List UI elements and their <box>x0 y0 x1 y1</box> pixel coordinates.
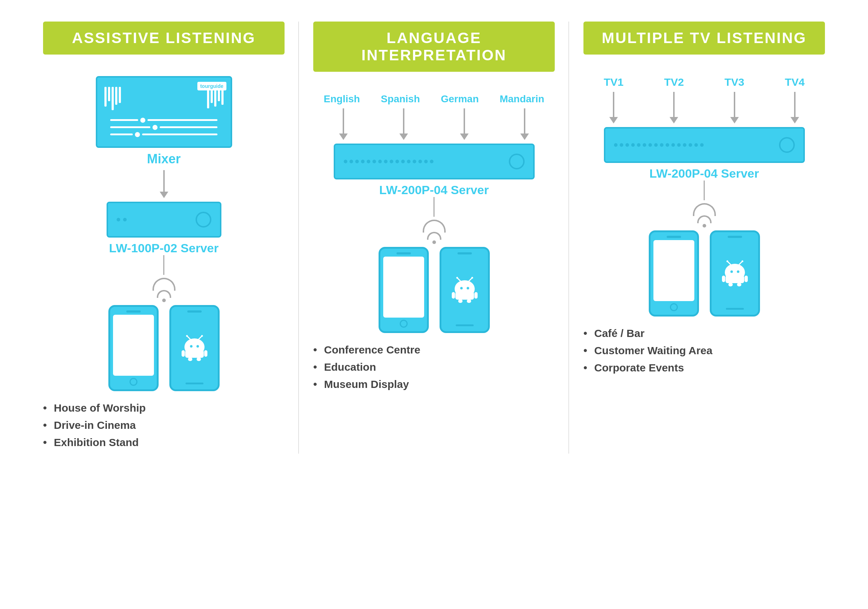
lang-labels-row: English Spanish German Mandarin <box>313 93 555 105</box>
multiple-tv-listening-header: MULTIPLE TV LISTENING <box>583 22 825 54</box>
server-dot <box>344 160 347 163</box>
bullet-item: House of Worship <box>43 402 146 414</box>
phone-plain-col1 <box>108 305 159 391</box>
wifi-arc-middle <box>157 290 171 298</box>
svg-rect-31 <box>725 275 744 283</box>
wifi-symbol-col2 <box>423 220 446 244</box>
slider-bar <box>142 133 217 135</box>
lang-label-mandarin: Mandarin <box>499 93 544 105</box>
arrow-line <box>463 108 465 133</box>
multiple-tv-listening-content: TV1 TV2 TV3 TV4 <box>583 76 825 379</box>
phone-home-button <box>400 320 408 328</box>
svg-rect-32 <box>722 276 725 282</box>
phone-speaker <box>728 236 742 238</box>
android-icon <box>180 333 209 362</box>
arrow-head <box>399 133 408 140</box>
bullet-item: Education <box>313 361 420 373</box>
bullet-item: Customer Waiting Area <box>583 344 713 357</box>
mixer-device: tourguide <box>96 76 232 148</box>
column-assistive-listening: ASSISTIVE LISTENING <box>29 22 299 454</box>
tv-arrow-2 <box>670 92 678 124</box>
server-dot <box>620 143 623 147</box>
slider-knob <box>152 125 158 130</box>
tv-arrow-1 <box>609 92 618 124</box>
arrow-head <box>339 133 348 140</box>
arrow-line <box>794 92 795 117</box>
server-dot <box>395 160 399 163</box>
server-dot <box>688 143 692 147</box>
mixer-slider-row-3 <box>110 132 217 137</box>
connector-line <box>704 181 705 200</box>
server-dot <box>700 143 704 147</box>
connector-line <box>163 255 164 275</box>
fader-1 <box>104 87 107 107</box>
phone-bottom-bar <box>726 308 744 310</box>
wifi-arc-middle <box>697 215 711 223</box>
server-dot <box>637 143 640 147</box>
server-dots <box>116 218 127 222</box>
server-dot <box>361 160 364 163</box>
tv-arrow-3 <box>730 92 739 124</box>
wifi-dot <box>432 240 436 244</box>
fader-4 <box>115 87 117 105</box>
svg-line-17 <box>469 278 472 281</box>
phone-bottom-bar <box>456 324 474 326</box>
slider-knob <box>135 132 140 137</box>
server-dot <box>666 143 669 147</box>
fader-2 <box>108 87 110 101</box>
slider-bar <box>110 119 138 121</box>
arrow-head <box>520 133 529 140</box>
fader-3 <box>112 87 114 110</box>
tv-labels-row: TV1 TV2 TV3 TV4 <box>583 76 825 88</box>
bullet-list-col1: House of Worship Drive-in Cinema Exhibit… <box>43 402 146 454</box>
svg-rect-34 <box>728 283 733 287</box>
svg-rect-35 <box>737 283 741 287</box>
svg-point-1 <box>190 345 192 347</box>
server-dot <box>418 160 422 163</box>
svg-point-30 <box>741 260 743 262</box>
server-lw200-device-col3 <box>604 127 805 163</box>
server-dots <box>344 160 434 163</box>
tv-arrow-4 <box>790 92 799 124</box>
language-interpretation-title: LANGUAGE INTERPRETATION <box>361 29 506 64</box>
server-dot <box>123 218 127 222</box>
svg-line-27 <box>728 262 730 265</box>
phone-home-button <box>130 378 138 386</box>
bullet-item: Drive-in Cinema <box>43 419 146 431</box>
arrow-head <box>790 117 799 124</box>
server-dot <box>384 160 388 163</box>
server-dot <box>677 143 681 147</box>
server-circle <box>195 212 211 228</box>
server-dot <box>430 160 434 163</box>
lang-arrow-4 <box>520 108 529 140</box>
bullet-item: Corporate Events <box>583 362 713 374</box>
arrow-line <box>524 108 525 133</box>
svg-rect-22 <box>458 299 462 303</box>
server-dot <box>116 218 120 222</box>
server-dot <box>390 160 393 163</box>
svg-point-28 <box>726 260 728 262</box>
lang-arrow-1 <box>339 108 348 140</box>
slider-bar <box>160 126 217 128</box>
server-dot <box>654 143 658 147</box>
tv-label-2: TV2 <box>660 76 688 88</box>
bullet-item: Café / Bar <box>583 327 713 339</box>
server-dot <box>625 143 629 147</box>
slider-bar <box>147 119 217 121</box>
server-dot <box>355 160 359 163</box>
svg-rect-21 <box>474 292 477 299</box>
assistive-listening-content: tourguide <box>43 76 285 454</box>
column-language-interpretation: LANGUAGE INTERPRETATION English Spanish … <box>299 22 569 454</box>
phone-plain-col2 <box>378 247 429 333</box>
svg-rect-10 <box>188 358 192 361</box>
server-to-wifi-connector-col3 <box>704 181 705 200</box>
server-to-wifi-connector <box>163 255 164 275</box>
arrow-head <box>609 117 618 124</box>
svg-point-13 <box>460 287 462 289</box>
phone-speaker <box>667 236 681 238</box>
tv-label-1: TV1 <box>599 76 628 88</box>
wifi-arc-middle <box>427 232 441 240</box>
assistive-listening-title: ASSISTIVE LISTENING <box>72 29 256 46</box>
phones-col2 <box>378 247 490 333</box>
svg-rect-11 <box>197 358 201 361</box>
